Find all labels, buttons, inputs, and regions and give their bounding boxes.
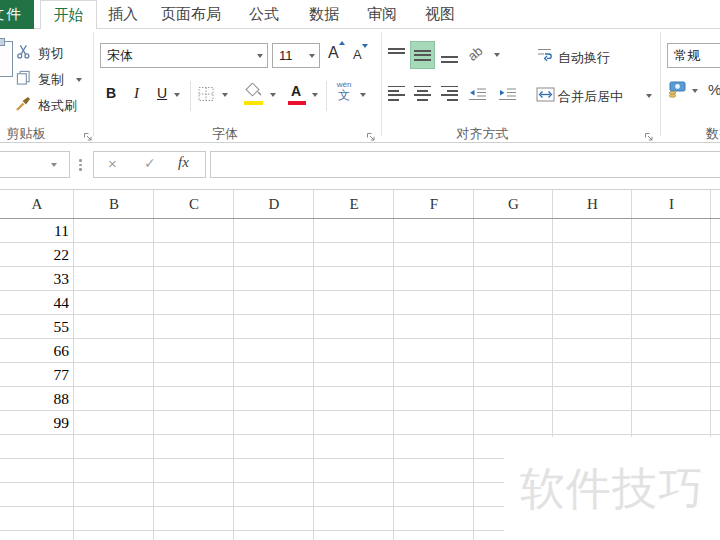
table-row[interactable]: 44 [0, 291, 720, 315]
align-bottom-button[interactable] [437, 41, 462, 69]
table-row[interactable]: 66 [0, 339, 720, 363]
ribbon: 剪切 复制 格式刷 剪贴板 宋体 11 A A B I U [0, 29, 720, 143]
tab-review[interactable]: 审阅 [358, 0, 406, 28]
cell-A9[interactable]: 99 [0, 411, 69, 435]
align-right-button[interactable] [437, 79, 462, 107]
cell-A1[interactable]: 11 [0, 219, 69, 243]
paste-clip-icon [0, 38, 5, 46]
col-header-D[interactable]: D [234, 190, 314, 218]
font-size-caret[interactable] [309, 54, 315, 58]
col-header-I[interactable]: I [632, 190, 711, 218]
formula-bar-resize-handle[interactable] [79, 157, 82, 173]
percent-style-button[interactable]: % [708, 81, 720, 98]
align-middle-button[interactable] [410, 41, 435, 69]
font-color-button[interactable]: A [288, 82, 306, 105]
italic-button[interactable]: I [134, 85, 139, 102]
format-painter-button[interactable]: 格式刷 [38, 97, 77, 115]
col-header-F[interactable]: F [394, 190, 474, 218]
number-format-combobox[interactable]: 常规 [667, 43, 720, 68]
orientation-button[interactable]: ab [468, 46, 482, 61]
increase-indent-button[interactable] [498, 87, 517, 106]
cut-button[interactable]: 剪切 [38, 45, 64, 63]
tab-file[interactable]: 文件 [0, 0, 34, 29]
table-row[interactable]: 33 [0, 267, 720, 291]
format-painter-icon [15, 96, 31, 116]
fill-color-swatch [244, 101, 263, 105]
font-name-combobox[interactable]: 宋体 [100, 43, 268, 68]
font-size-combobox[interactable]: 11 [272, 43, 320, 68]
grid-column-line [313, 190, 314, 540]
cell-A2[interactable]: 22 [0, 243, 69, 267]
phonetic-caret[interactable] [360, 93, 366, 97]
fill-color-caret[interactable] [270, 93, 276, 97]
font-group-label: 字体 [150, 125, 300, 143]
font-color-caret[interactable] [312, 93, 318, 97]
name-box[interactable] [0, 151, 70, 178]
underline-button[interactable]: U [157, 85, 167, 101]
wrap-text-button[interactable]: 自动换行 [558, 49, 610, 67]
watermark-text: 软件技巧 [520, 459, 704, 519]
grow-font-button[interactable]: A [328, 44, 339, 62]
borders-icon[interactable] [198, 86, 215, 107]
table-row[interactable]: 11 [0, 219, 720, 243]
cell-A5[interactable]: 55 [0, 315, 69, 339]
tab-insert[interactable]: 插入 [101, 0, 145, 28]
table-row[interactable]: 88 [0, 387, 720, 411]
tab-formulas[interactable]: 公式 [240, 0, 288, 28]
formula-input[interactable] [210, 151, 720, 178]
borders-caret[interactable] [222, 93, 228, 97]
separator [326, 81, 327, 111]
grid-column-line [393, 190, 394, 540]
decrease-indent-button[interactable] [468, 87, 487, 106]
merge-center-caret[interactable] [646, 94, 652, 98]
cancel-icon[interactable]: × [108, 155, 117, 172]
orientation-caret[interactable] [494, 53, 500, 57]
tab-data[interactable]: 数据 [300, 0, 348, 28]
tab-page-layout[interactable]: 页面布局 [152, 0, 230, 28]
table-row[interactable]: 22 [0, 243, 720, 267]
shrink-font-button[interactable]: A [353, 47, 362, 62]
tab-home[interactable]: 开始 [40, 0, 97, 29]
align-left-button[interactable] [384, 79, 409, 107]
grid-column-line [73, 190, 74, 540]
bold-button[interactable]: B [106, 85, 116, 101]
cell-A4[interactable]: 44 [0, 291, 69, 315]
font-dialog-launcher-icon[interactable] [366, 128, 376, 138]
accounting-caret[interactable] [692, 89, 698, 93]
col-header-B[interactable]: B [74, 190, 154, 218]
tab-file-label: 文件 [0, 0, 23, 29]
insert-function-icon[interactable]: fx [178, 154, 189, 171]
name-box-caret[interactable] [51, 163, 57, 167]
copy-dropdown-caret[interactable] [76, 78, 82, 82]
wrap-text-icon [536, 46, 553, 67]
copy-button[interactable]: 复制 [38, 71, 64, 89]
fill-color-button[interactable] [244, 83, 264, 105]
clipboard-dialog-launcher-icon[interactable] [83, 128, 93, 138]
col-header-E[interactable]: E [314, 190, 394, 218]
cell-A8[interactable]: 88 [0, 387, 69, 411]
font-color-swatch [288, 101, 306, 105]
accounting-format-button[interactable] [667, 81, 686, 102]
column-headers: ABCDEFGHI [0, 190, 720, 219]
tab-view[interactable]: 视图 [416, 0, 464, 28]
font-name-caret[interactable] [257, 54, 263, 58]
alignment-dialog-launcher-icon[interactable] [644, 128, 654, 138]
cell-A6[interactable]: 66 [0, 339, 69, 363]
paste-button-partial[interactable] [0, 41, 13, 77]
table-row[interactable]: 99 [0, 411, 720, 435]
table-row[interactable]: 55 [0, 315, 720, 339]
merge-center-icon [536, 87, 555, 106]
align-top-button[interactable] [384, 41, 409, 69]
col-header-G[interactable]: G [474, 190, 553, 218]
merge-center-button[interactable]: 合并后居中 [558, 88, 623, 106]
phonetic-guide-button[interactable]: wén 文 [334, 81, 354, 101]
table-row[interactable]: 77 [0, 363, 720, 387]
cell-A7[interactable]: 77 [0, 363, 69, 387]
underline-caret[interactable] [174, 93, 180, 97]
col-header-H[interactable]: H [553, 190, 632, 218]
col-header-C[interactable]: C [154, 190, 234, 218]
col-header-A[interactable]: A [0, 190, 74, 218]
align-center-button[interactable] [410, 79, 435, 107]
cell-A3[interactable]: 33 [0, 267, 69, 291]
enter-icon[interactable]: ✓ [144, 155, 156, 171]
